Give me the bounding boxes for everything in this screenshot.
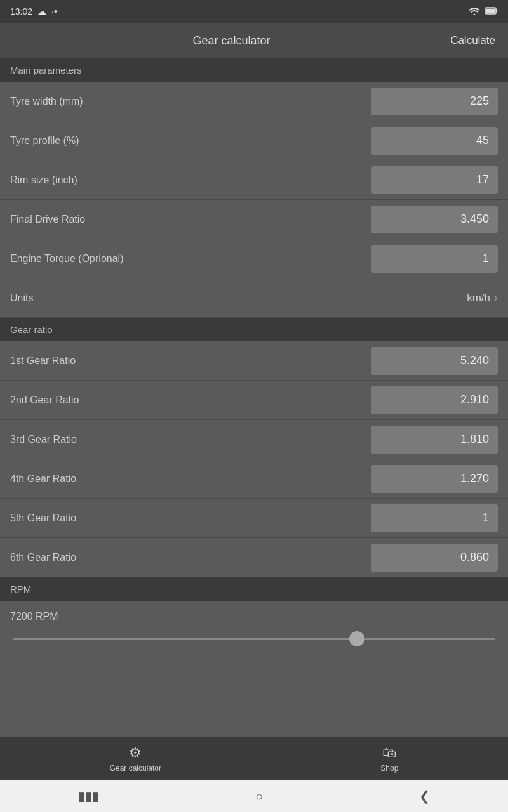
label-engine-torque: Engine Torque (Oprional) [10, 253, 371, 265]
param-row-gear-3: 3rd Gear Ratio [0, 420, 508, 459]
status-time: 13:02 [10, 6, 32, 16]
rpm-slider[interactable] [13, 638, 495, 640]
param-row-gear-1: 1st Gear Ratio [0, 341, 508, 381]
input-gear-5[interactable] [371, 504, 498, 532]
cloud-icon: ☁ [37, 6, 46, 16]
battery-icon [485, 6, 498, 16]
rpm-value: 7200 RPM [10, 611, 498, 622]
label-final-drive-ratio: Final Drive Ratio [10, 214, 371, 225]
input-engine-torque[interactable] [371, 245, 498, 273]
label-tyre-profile: Tyre profile (%) [10, 135, 371, 147]
app-title: Gear calculator [193, 34, 271, 48]
units-selector[interactable]: km/h › [467, 291, 498, 304]
label-gear-1: 1st Gear Ratio [10, 355, 371, 367]
param-row-units[interactable]: Units km/h › [0, 278, 508, 318]
bottom-nav: ⚙ Gear calculator 🛍 Shop [0, 736, 508, 780]
param-row-gear-4: 4th Gear Ratio [0, 459, 508, 499]
chevron-right-icon: › [494, 291, 498, 304]
param-row-gear-2: 2nd Gear Ratio [0, 381, 508, 420]
param-row-gear-6: 6th Gear Ratio [0, 538, 508, 577]
section-header-rpm: RPM [0, 577, 508, 601]
input-tyre-width[interactable] [371, 88, 498, 115]
android-nav-bar: ▮▮▮ ○ ❮ [0, 780, 508, 812]
input-gear-6[interactable] [371, 544, 498, 572]
input-gear-2[interactable] [371, 386, 498, 414]
param-row-tyre-width: Tyre width (mm) [0, 82, 508, 121]
wifi-icon [469, 6, 480, 17]
nav-item-gear-calculator[interactable]: ⚙ Gear calculator [110, 745, 161, 773]
nav-label-shop: Shop [380, 764, 398, 773]
label-units: Units [10, 292, 467, 304]
calculate-button[interactable]: Calculate [450, 34, 495, 47]
label-gear-2: 2nd Gear Ratio [10, 395, 371, 406]
param-row-final-drive-ratio: Final Drive Ratio [0, 200, 508, 239]
label-gear-3: 3rd Gear Ratio [10, 434, 371, 445]
status-left: 13:02 ☁ ·• [10, 6, 57, 16]
label-tyre-width: Tyre width (mm) [10, 96, 371, 107]
nav-label-gear-calculator: Gear calculator [110, 764, 161, 773]
input-gear-3[interactable] [371, 426, 498, 454]
weather-icon: ·• [51, 6, 57, 16]
input-gear-1[interactable] [371, 347, 498, 375]
units-value: km/h [467, 292, 490, 304]
home-button[interactable]: ○ [255, 789, 263, 804]
svg-rect-1 [486, 9, 495, 13]
input-gear-4[interactable] [371, 465, 498, 493]
shop-icon: 🛍 [382, 745, 396, 761]
label-gear-4: 4th Gear Ratio [10, 473, 371, 485]
section-header-gear-ratio: Gear ratio [0, 318, 508, 341]
label-gear-5: 5th Gear Ratio [10, 513, 371, 524]
recent-apps-button[interactable]: ▮▮▮ [78, 789, 99, 804]
input-final-drive-ratio[interactable] [371, 206, 498, 233]
label-rim-size: Rim size (inch) [10, 174, 371, 186]
param-row-tyre-profile: Tyre profile (%) [0, 121, 508, 160]
input-tyre-profile[interactable] [371, 127, 498, 155]
input-rim-size[interactable] [371, 166, 498, 194]
param-row-engine-torque: Engine Torque (Oprional) [0, 239, 508, 278]
gear-icon: ⚙ [129, 745, 142, 761]
param-row-gear-5: 5th Gear Ratio [0, 499, 508, 538]
top-bar: Gear calculator Calculate [0, 23, 508, 58]
rpm-section: 7200 RPM [0, 601, 508, 650]
section-header-main-params: Main parameters [0, 58, 508, 82]
main-content: Main parameters Tyre width (mm) Tyre pro… [0, 58, 508, 736]
status-right [469, 6, 498, 17]
status-bar: 13:02 ☁ ·• [0, 0, 508, 23]
label-gear-6: 6th Gear Ratio [10, 552, 371, 563]
nav-item-shop[interactable]: 🛍 Shop [380, 745, 398, 773]
param-row-rim-size: Rim size (inch) [0, 160, 508, 200]
back-button[interactable]: ❮ [419, 789, 430, 804]
rpm-slider-container [10, 631, 498, 643]
